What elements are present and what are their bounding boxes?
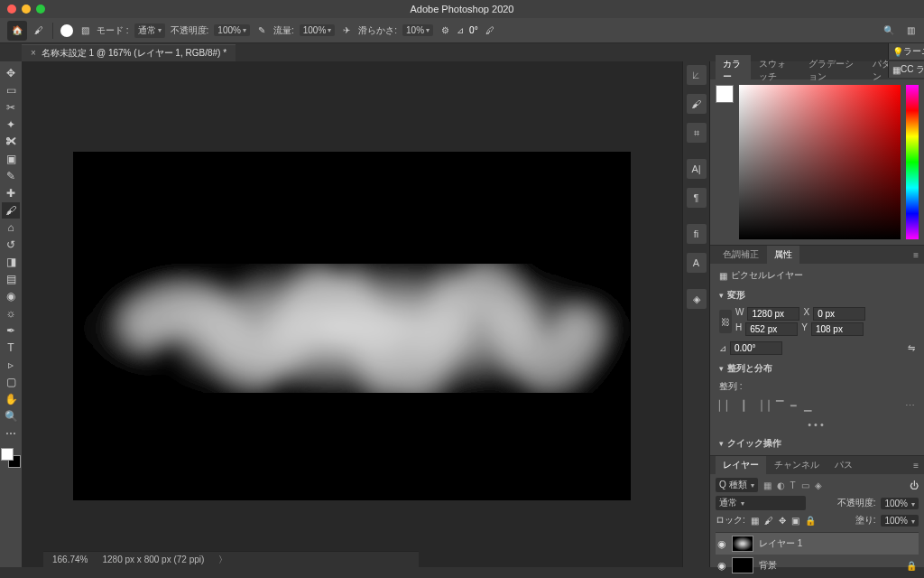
lock-artboard-icon[interactable]: ▣ — [791, 516, 799, 526]
pen-tool[interactable]: ✒ — [2, 322, 20, 339]
tab-paths[interactable]: パス — [827, 456, 860, 474]
brush-settings-icon[interactable]: ▧ — [79, 24, 91, 37]
blend-mode-select[interactable]: 通常 — [134, 23, 165, 38]
paragraph-panel-icon[interactable]: ¶ — [687, 188, 707, 208]
character-panel-icon[interactable]: A| — [687, 159, 707, 179]
tab-channels[interactable]: チャンネル — [767, 456, 827, 474]
gradient-tool[interactable]: ▤ — [2, 271, 20, 287]
eyedropper-tool[interactable]: ✎ — [2, 168, 20, 184]
maximize-window-icon[interactable] — [36, 5, 45, 14]
layer-thumbnail[interactable] — [732, 557, 753, 573]
tab-adjustments[interactable]: 色調補正 — [716, 246, 766, 264]
healing-tool[interactable]: ✚ — [2, 185, 20, 201]
y-input[interactable] — [811, 322, 864, 336]
align-vcenter-icon[interactable]: ━ — [790, 400, 797, 412]
minimize-window-icon[interactable] — [22, 5, 31, 14]
crop-tool[interactable]: ✀ — [2, 134, 20, 150]
status-chevron-icon[interactable]: 〉 — [218, 554, 227, 566]
link-wh-icon[interactable]: ⛓ — [719, 310, 732, 333]
width-input[interactable] — [747, 307, 799, 321]
layer-thumbnail[interactable] — [732, 536, 753, 552]
quick-select-tool[interactable]: ✦ — [2, 117, 20, 133]
filter-pixel-icon[interactable]: ▦ — [763, 480, 772, 490]
document-info[interactable]: 1280 px x 800 px (72 ppi) — [102, 555, 204, 564]
panel-menu-icon[interactable]: ≡ — [908, 461, 924, 471]
edit-toolbar[interactable]: ⋯ — [2, 425, 20, 442]
disclosure-icon[interactable]: ▾ — [719, 364, 724, 373]
visibility-icon[interactable]: ◉ — [717, 538, 726, 550]
align-left-icon[interactable]: ▏▏ — [719, 400, 734, 412]
document-canvas[interactable] — [73, 152, 631, 500]
visibility-icon[interactable]: ◉ — [717, 560, 726, 572]
current-color-swatch[interactable] — [716, 85, 734, 103]
layer-row[interactable]: ◉ 背景 🔒 — [716, 555, 919, 576]
x-input[interactable] — [813, 307, 865, 321]
clone-source-panel-icon[interactable]: ⌗ — [687, 123, 707, 143]
panel-menu-icon[interactable]: ≡ — [908, 250, 924, 260]
lasso-tool[interactable]: ✂ — [2, 99, 20, 116]
filter-shape-icon[interactable]: ▭ — [801, 480, 809, 490]
stamp-tool[interactable]: ⌂ — [2, 219, 20, 236]
filter-type-icon[interactable]: T — [790, 480, 796, 490]
hand-tool[interactable]: ✋ — [2, 391, 20, 407]
history-brush-tool[interactable]: ↺ — [2, 237, 20, 253]
lock-all-icon[interactable]: 🔒 — [805, 516, 816, 526]
lock-transparency-icon[interactable]: ▦ — [751, 516, 759, 526]
lock-icon[interactable]: 🔒 — [906, 561, 917, 571]
smoothing-options-icon[interactable]: ⚙ — [439, 24, 451, 37]
marquee-tool[interactable]: ▭ — [2, 82, 20, 98]
brush-settings-panel-icon[interactable]: ⟀ — [687, 65, 707, 85]
layer-opacity-input[interactable]: 100% — [881, 498, 919, 509]
move-tool[interactable]: ✥ — [2, 65, 20, 81]
opacity-input[interactable]: 100% — [214, 24, 250, 36]
eraser-tool[interactable]: ◨ — [2, 254, 20, 270]
window-controls[interactable] — [0, 5, 45, 14]
hue-slider[interactable] — [906, 85, 919, 239]
layer-filter-select[interactable]: Q 種類 — [716, 478, 758, 492]
color-field[interactable] — [739, 85, 901, 239]
filter-toggle[interactable]: ⏻ — [910, 480, 919, 490]
filter-adjust-icon[interactable]: ◐ — [777, 480, 785, 490]
frame-tool[interactable]: ▣ — [2, 151, 20, 167]
filter-smart-icon[interactable]: ◈ — [815, 480, 822, 490]
flow-input[interactable]: 100% — [300, 24, 336, 36]
tab-properties[interactable]: 属性 — [767, 246, 799, 264]
document-tab[interactable]: × 名称未設定 1 @ 167% (レイヤー 1, RGB/8#) * — [22, 44, 236, 61]
shape-tool[interactable]: ▢ — [2, 374, 20, 390]
layer-name[interactable]: 背景 — [759, 559, 777, 572]
3d-panel-icon[interactable]: ◈ — [687, 289, 707, 309]
lock-pixels-icon[interactable]: 🖌 — [764, 516, 773, 526]
more-options-icon[interactable]: ••• — [719, 419, 915, 430]
color-swatches[interactable] — [1, 448, 21, 468]
workspace-icon[interactable]: ▥ — [904, 24, 917, 37]
zoom-tool[interactable]: 🔍 — [2, 408, 20, 424]
layer-name[interactable]: レイヤー 1 — [759, 537, 802, 550]
smoothing-input[interactable]: 10% — [402, 24, 433, 36]
blur-tool[interactable]: ◉ — [2, 288, 20, 304]
angle-input[interactable] — [730, 341, 782, 355]
zoom-level[interactable]: 166.74% — [52, 555, 88, 564]
align-top-icon[interactable]: ▔ — [776, 400, 783, 412]
lock-position-icon[interactable]: ✥ — [779, 516, 786, 526]
disclosure-icon[interactable]: ▾ — [719, 291, 724, 300]
blend-mode-select[interactable]: 通常 — [716, 496, 806, 510]
align-bottom-icon[interactable]: ▁ — [804, 400, 811, 412]
brush-preview[interactable] — [60, 24, 73, 37]
airbrush-icon[interactable]: ✈ — [340, 24, 353, 37]
align-right-icon[interactable]: ▕▕ — [754, 400, 769, 412]
tab-layers[interactable]: レイヤー — [716, 456, 766, 474]
learning-panel-tab[interactable]: 💡 ラーニング — [888, 43, 924, 60]
close-window-icon[interactable] — [7, 5, 16, 14]
layer-fill-input[interactable]: 100% — [881, 515, 919, 527]
align-more-icon[interactable]: ⋯ — [905, 400, 915, 412]
search-icon[interactable]: 🔍 — [882, 24, 895, 37]
brush-tool[interactable]: 🖌 — [2, 202, 20, 219]
foreground-color[interactable] — [1, 448, 14, 461]
dodge-tool[interactable]: ☼ — [2, 305, 20, 322]
flip-h-icon[interactable]: ⇋ — [908, 343, 915, 353]
path-select-tool[interactable]: ▹ — [2, 357, 20, 373]
glyphs-panel-icon[interactable]: fi — [687, 224, 707, 244]
pressure-size-icon[interactable]: 🖊 — [484, 24, 496, 37]
brush-tool-icon[interactable]: 🖌 — [32, 24, 45, 37]
height-input[interactable] — [745, 322, 798, 336]
